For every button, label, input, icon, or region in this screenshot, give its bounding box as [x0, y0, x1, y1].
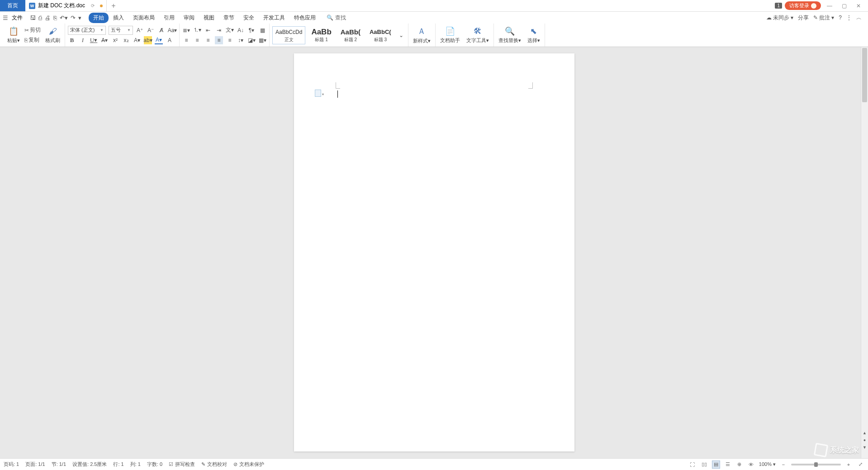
cut-button[interactable]: ✂ 剪切	[24, 26, 41, 34]
copy-button[interactable]: ⎘ 复制	[24, 36, 39, 44]
subscript-button[interactable]: x₂	[122, 36, 130, 44]
fit-page-icon[interactable]: ⤢	[856, 461, 864, 469]
tab-dev-tools[interactable]: 开发工具	[259, 13, 289, 23]
style-heading1[interactable]: AaBb 标题 1	[308, 26, 334, 44]
superscript-button[interactable]: x²	[111, 36, 119, 44]
collapse-ribbon-icon[interactable]: ︿	[856, 14, 862, 22]
new-style-button[interactable]: Ａ 新样式▾	[411, 26, 432, 44]
undo-icon[interactable]: ↶▾	[60, 14, 68, 21]
status-proof[interactable]: ✎ 文档校对	[201, 461, 227, 468]
document-page[interactable]: ▾	[294, 53, 574, 451]
hamburger-icon[interactable]: ☰	[3, 14, 8, 21]
scrollbar-thumb[interactable]	[862, 48, 867, 102]
status-words[interactable]: 字数: 0	[147, 461, 162, 468]
grow-font-icon[interactable]: A⁺	[136, 26, 144, 34]
tab-document[interactable]: W 新建 DOC 文档.doc ⟳	[25, 0, 107, 11]
doc-assist-button[interactable]: 📄 文档助手	[438, 26, 462, 44]
align-left-button[interactable]: ≡	[182, 36, 190, 44]
highlight-button[interactable]: ab▾	[144, 36, 152, 44]
show-formatting-button[interactable]: ▦	[258, 26, 266, 34]
shrink-font-icon[interactable]: A⁻	[147, 26, 155, 34]
text-effects-button[interactable]: A▾	[133, 36, 141, 44]
view-read-icon[interactable]: ▯▯	[700, 461, 708, 469]
tab-home[interactable]: 首页	[0, 0, 25, 11]
tab-security[interactable]: 安全	[239, 13, 259, 23]
text-direction-button[interactable]: 文▾	[226, 26, 234, 34]
shading-button[interactable]: ◪▾	[247, 36, 256, 44]
minimize-button[interactable]: —	[824, 3, 835, 9]
status-page[interactable]: 页面: 1/1	[25, 461, 45, 468]
print-icon[interactable]: 🖨	[45, 14, 51, 21]
redo-icon[interactable]: ↷	[71, 14, 76, 21]
content-widget-dropdown-icon[interactable]: ▾	[322, 92, 324, 96]
close-button[interactable]: ✕	[853, 3, 864, 9]
status-spellcheck[interactable]: ☑ 拼写检查	[169, 461, 195, 468]
styles-more-icon[interactable]: ⌄	[397, 31, 405, 39]
view-outline-icon[interactable]: ☰	[724, 461, 732, 469]
strikethrough-button[interactable]: A̶▾	[100, 36, 109, 44]
search-box[interactable]: 🔍 查找	[327, 14, 346, 22]
align-center-button[interactable]: ≡	[193, 36, 201, 44]
tab-insert[interactable]: 插入	[109, 13, 128, 23]
print-preview-icon[interactable]: ⎙	[38, 14, 42, 21]
style-heading3[interactable]: AaBbC( 标题 3	[366, 26, 394, 44]
view-print-layout-icon[interactable]: ▤	[712, 461, 720, 469]
vertical-scrollbar[interactable]: ▲ ● ▼	[861, 47, 868, 458]
tab-start[interactable]: 开始	[89, 13, 109, 23]
tab-references[interactable]: 引用	[159, 13, 179, 23]
tab-view[interactable]: 视图	[199, 13, 219, 23]
distribute-button[interactable]: ≡	[226, 36, 234, 44]
zoom-level[interactable]: 100% ▾	[759, 461, 776, 467]
select-button[interactable]: ⬉ 选择▾	[526, 26, 542, 44]
more-icon[interactable]: ⋮	[846, 14, 852, 21]
prev-page-icon[interactable]: ▲	[861, 429, 868, 437]
status-col[interactable]: 列: 1	[130, 461, 141, 468]
change-case-icon[interactable]: Aa▾	[168, 26, 176, 34]
align-right-button[interactable]: ≡	[204, 36, 212, 44]
share-button[interactable]: 分享	[798, 14, 809, 22]
status-page-num[interactable]: 页码: 1	[4, 461, 19, 468]
view-fullscreen-icon[interactable]: ⛶	[688, 461, 697, 469]
font-size-combo[interactable]: 五号▼	[109, 26, 133, 35]
help-icon[interactable]: ?	[839, 14, 842, 21]
sync-status[interactable]: ☁ 未同步▾	[766, 14, 793, 22]
sort-button[interactable]: A↓	[237, 26, 245, 34]
tab-page-layout[interactable]: 页面布局	[128, 13, 159, 23]
tab-review[interactable]: 审阅	[179, 13, 199, 23]
status-section[interactable]: 节: 1/1	[52, 461, 66, 468]
status-protect[interactable]: ⊘ 文档未保护	[233, 461, 264, 468]
status-position[interactable]: 设置值: 2.5厘米	[72, 461, 107, 468]
browse-object-icon[interactable]: ●	[861, 437, 868, 444]
view-eye-icon[interactable]: 👁	[747, 461, 755, 469]
decrease-indent-button[interactable]: ⇤	[204, 26, 212, 34]
clear-format-icon[interactable]: A̸	[157, 26, 166, 34]
document-canvas[interactable]: ▾ ▲ ● ▼	[0, 47, 868, 458]
tab-special[interactable]: 特色应用	[289, 13, 320, 23]
annotate-button[interactable]: ✎ 批注▾	[813, 14, 834, 22]
style-body[interactable]: AaBbCcDd 正文	[272, 26, 305, 44]
login-button[interactable]: 访客登录	[785, 1, 821, 10]
status-row[interactable]: 行: 1	[113, 461, 123, 468]
qat-dropdown-icon[interactable]: ▾	[78, 14, 81, 21]
font-name-combo[interactable]: 宋体 (正文)▼	[68, 26, 106, 35]
tab-add-button[interactable]: +	[107, 0, 120, 11]
text-tools-button[interactable]: 🛠 文字工具▾	[465, 27, 491, 44]
char-shading-button[interactable]: A	[166, 36, 174, 44]
save-icon[interactable]: 🖫	[30, 14, 36, 21]
numbering-button[interactable]: ⒈▾	[193, 26, 201, 34]
font-color-button[interactable]: A▾	[155, 36, 163, 44]
find-replace-button[interactable]: 🔍 查找替换▾	[497, 26, 523, 44]
zoom-slider[interactable]	[791, 464, 841, 465]
file-menu[interactable]: 文件	[12, 14, 23, 22]
style-heading2[interactable]: AaBb( 标题 2	[337, 26, 364, 44]
bullets-button[interactable]: ≣▾	[182, 26, 190, 34]
notification-badge[interactable]: 1	[775, 3, 782, 9]
paragraph-marks-button[interactable]: ¶▾	[247, 26, 256, 34]
bold-button[interactable]: B	[68, 36, 76, 44]
view-web-icon[interactable]: ⊕	[735, 461, 744, 469]
zoom-handle[interactable]	[814, 462, 818, 467]
export-icon[interactable]: ⎘	[53, 14, 57, 21]
tab-reload-icon[interactable]: ⟳	[91, 3, 95, 8]
format-painter-button[interactable]: 🖌 格式刷	[43, 27, 62, 44]
content-widget-icon[interactable]	[315, 90, 321, 97]
